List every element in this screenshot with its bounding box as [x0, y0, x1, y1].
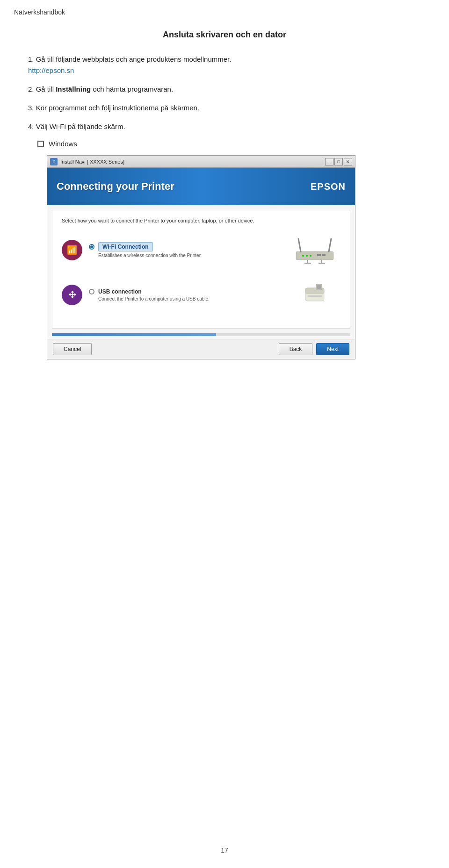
usb-option[interactable]: ✣ USB connection Connect the Printer to … [62, 276, 340, 314]
checkbox-label: Windows [49, 140, 77, 148]
usb-image [289, 279, 340, 311]
step-1-link[interactable]: http://epson.sn [28, 66, 74, 74]
step-4-text: Välj Wi-Fi på följande skärm. [36, 122, 125, 130]
back-button[interactable]: Back [279, 343, 313, 355]
step-4: 4. Välj Wi-Fi på följande skärm. [28, 121, 421, 132]
section-title: Ansluta skrivaren och en dator [28, 30, 421, 40]
usb-option-desc: Connect the Printer to a computer using … [98, 296, 282, 301]
next-button[interactable]: Next [316, 343, 349, 355]
dialog-wrapper: E Install Navi [ XXXXX Series] − □ ✕ Con… [47, 155, 355, 359]
svg-point-4 [306, 255, 308, 257]
svg-rect-16 [308, 295, 322, 297]
wifi-icon: 📶 [67, 246, 77, 254]
dialog-body: Connecting your Printer EPSON Select how… [47, 167, 355, 359]
usb-option-details: USB connection Connect the Printer to a … [89, 288, 282, 301]
step-1-text: Gå till följande webbplats och ange prod… [36, 55, 232, 63]
cancel-button[interactable]: Cancel [53, 343, 92, 355]
dialog-titlebar: E Install Navi [ XXXXX Series] − □ ✕ [47, 155, 355, 167]
dialog-titlebar-text: Install Navi [ XXXXX Series] [60, 159, 322, 165]
checkbox-windows: Windows [37, 140, 421, 148]
main-content: Ansluta skrivaren och en dator 1. Gå til… [0, 16, 449, 378]
wifi-radio[interactable] [89, 244, 94, 250]
svg-line-1 [298, 239, 301, 251]
svg-rect-7 [322, 254, 326, 256]
checkbox-icon[interactable] [37, 141, 44, 147]
close-button[interactable]: ✕ [344, 158, 352, 165]
step-2-text-post: och hämta programvaran. [93, 85, 173, 93]
step-1-number: 1. [28, 55, 34, 63]
maximize-button[interactable]: □ [334, 158, 343, 165]
svg-rect-0 [296, 251, 333, 260]
dialog-content-area: Select how you want to connect the Print… [52, 210, 350, 329]
wifi-option-details: Wi-Fi Connection Establishes a wireless … [89, 242, 282, 258]
usb-radio[interactable] [89, 289, 94, 294]
step-2-number: 2. [28, 85, 34, 93]
dialog-app-icon-text: E [52, 159, 55, 164]
router-image [289, 234, 340, 266]
wifi-option-icon: 📶 [62, 240, 82, 260]
usb-option-name: USB connection [98, 288, 142, 295]
step-3-text: Kör programmet och följ instruktionerna … [36, 104, 199, 112]
dialog-progress-bar [52, 333, 216, 336]
svg-rect-6 [317, 254, 321, 256]
wifi-option-desc: Establishes a wireless connection with t… [98, 253, 282, 258]
minimize-button[interactable]: − [325, 158, 333, 165]
step-3: 3. Kör programmet och följ instruktioner… [28, 102, 421, 114]
svg-line-2 [329, 239, 331, 251]
step-4-number: 4. [28, 122, 34, 130]
svg-rect-15 [317, 285, 321, 289]
footer-right-buttons: Back Next [279, 343, 349, 355]
step-2-text-pre: Gå till [36, 85, 56, 93]
usb-option-icon: ✣ [62, 285, 82, 305]
dialog-header-title: Connecting your Printer [57, 180, 174, 193]
dialog-progress [52, 333, 350, 336]
wifi-option-name: Wi-Fi Connection [98, 242, 153, 251]
header-title: Nätverkshandbok [14, 8, 65, 16]
dialog-app-icon: E [50, 158, 58, 165]
wifi-option[interactable]: 📶 Wi-Fi Connection Establishes a wireles… [62, 231, 340, 269]
page-number: 17 [221, 846, 228, 854]
dialog-blue-header: Connecting your Printer EPSON [47, 168, 355, 205]
wifi-label-row: Wi-Fi Connection [89, 242, 282, 251]
epson-logo: EPSON [311, 181, 346, 192]
usb-label-row: USB connection [89, 288, 282, 295]
svg-point-3 [302, 255, 304, 257]
dialog-instruction: Select how you want to connect the Print… [62, 218, 340, 223]
page-header: Nätverkshandbok [0, 0, 449, 16]
step-3-number: 3. [28, 104, 34, 112]
svg-point-5 [310, 255, 311, 257]
dialog-window-controls: − □ ✕ [325, 158, 352, 165]
step-2: 2. Gå till Inställning och hämta program… [28, 84, 421, 95]
step-1: 1. Gå till följande webbplats och ange p… [28, 54, 421, 76]
dialog-footer: Cancel Back Next [47, 339, 355, 359]
usb-icon: ✣ [69, 290, 76, 300]
step-2-bold: Inställning [56, 85, 91, 93]
